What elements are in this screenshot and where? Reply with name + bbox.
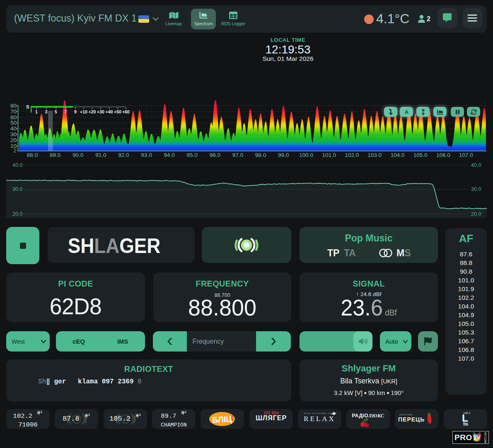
svg-text:20.0: 20.0 [471,211,481,217]
svg-text:TV: TV [474,434,481,441]
svg-text:40.0: 40.0 [471,162,481,168]
svg-text:40.0: 40.0 [12,162,22,168]
svg-text:30.0: 30.0 [471,186,481,192]
svg-text:1: 1 [88,413,90,417]
svg-text:20.0: 20.0 [12,211,22,217]
svg-text:1: 1 [139,413,141,417]
svg-text:БЛІЦ: БЛІЦ [212,414,232,425]
svg-text:30.0: 30.0 [12,186,22,192]
svg-text:1: 1 [185,410,187,414]
svg-text:1: 1 [41,410,43,414]
